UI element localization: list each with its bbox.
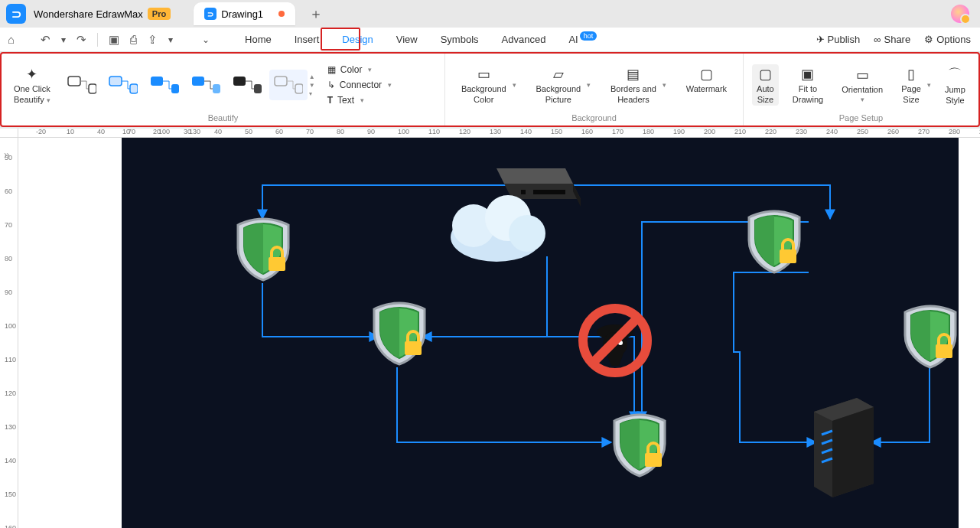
watermark-button[interactable]: ▢ Watermark [682,64,731,106]
document-tab-label: Drawing1 [221,8,263,20]
customize-qat[interactable]: ⌄ [202,34,210,45]
picture-icon: ▱ [553,66,564,83]
pro-badge: Pro [148,8,171,20]
auto-size-button[interactable]: ▢ Auto Size [752,64,779,106]
style-swatch-4[interactable] [187,70,225,100]
share-icon: ∞ [874,34,881,45]
ribbon-group-background: ▭ Background Color ▾ ▱ Background Pictur… [445,54,744,125]
text-menu[interactable]: TText▾ [327,93,392,107]
jump-style-button[interactable]: ⌒ Jump Style [940,64,970,106]
drawing-canvas[interactable] [122,138,959,528]
orientation-button[interactable]: ▭ Orientation ▾ [837,65,887,105]
gear-icon: ⚙ [924,34,933,45]
shield-bottom-center[interactable] [614,415,665,476]
export-dropdown[interactable]: ▾ [168,34,173,45]
svg-rect-4 [151,77,163,86]
pagesize-icon: ▯ [907,66,915,83]
swatch-spin-down[interactable]: ▼ [309,82,315,89]
style-swatch-1[interactable] [63,70,101,100]
connector-icon: ↳ [327,80,335,90]
export-button[interactable]: ⇪ [148,33,158,47]
background-picture-button[interactable]: ▱ Background Picture [531,64,585,106]
background-color-button[interactable]: ▭ Background Color [457,64,511,106]
watermark-icon: ▢ [700,66,713,83]
svg-point-18 [509,215,545,252]
menu-ai-label: AI [568,34,578,45]
bg-pic-drop[interactable]: ▾ [587,81,591,89]
menu-insert[interactable]: Insert [293,29,321,50]
bg-color-drop[interactable]: ▾ [513,81,516,89]
swatch-spin-up[interactable]: ▲ [309,73,315,80]
expand-panel-icon[interactable]: » [4,148,10,161]
color-menu[interactable]: ▦Color▾ [327,63,392,77]
diagram-svg [122,138,959,528]
paint-icon: ▭ [477,66,490,83]
svg-rect-1 [89,84,96,93]
server-icon[interactable] [814,398,874,497]
print-button[interactable]: ⎙ [130,33,137,46]
bh-drop[interactable]: ▾ [663,81,666,89]
home-icon[interactable]: ⌂ [8,33,15,46]
title-bar: ⊃ Wondershare EdrawMax Pro ⊃ Drawing1 ＋ [0,0,980,28]
canvas-area[interactable] [18,138,980,528]
fit-icon: ▣ [801,66,814,83]
page-size-drop[interactable]: ▾ [927,81,931,89]
shield-center[interactable] [374,303,425,364]
options-button[interactable]: ⚙Options [924,34,971,45]
hot-badge: hot [580,31,597,41]
save-button[interactable]: ▣ [109,33,119,47]
undo-button[interactable]: ↶ [41,33,50,47]
svg-rect-11 [295,84,303,93]
ruler-corner [0,129,18,138]
svg-rect-2 [109,77,122,86]
menu-home[interactable]: Home [243,29,273,50]
publish-button[interactable]: ✈Publish [816,34,861,45]
send-icon: ✈ [816,34,825,45]
page-icon: ▤ [627,66,640,83]
share-button[interactable]: ∞Share [874,34,910,45]
undo-dropdown[interactable]: ▾ [61,34,66,45]
style-swatch-2[interactable] [104,70,142,100]
text-icon: T [327,95,333,106]
style-swatch-5[interactable] [228,70,266,100]
menu-advanced[interactable]: Advanced [500,29,548,50]
svg-rect-8 [233,77,246,86]
cloud-icon[interactable] [451,195,545,262]
tab-logo-icon: ⊃ [204,8,217,20]
grid-icon: ▦ [327,64,336,75]
shield-right[interactable] [905,306,956,367]
style-swatch-3[interactable] [145,70,184,100]
sparkle-icon: ✦ [26,66,37,83]
page-margin-left [18,138,122,528]
svg-rect-13 [521,190,526,194]
user-avatar[interactable] [951,5,969,23]
ribbon: ✦ One Click Beautify ▾ [0,52,980,127]
menu-symbols[interactable]: Symbols [439,29,480,50]
shield-top-right[interactable] [749,211,799,272]
svg-rect-6 [192,77,204,86]
ribbon-group-beautify: ✦ One Click Beautify ▾ [2,54,445,125]
jump-icon: ⌒ [948,65,962,83]
page-size-button[interactable]: ▯ Page Size [897,64,926,106]
work-area: 10-2010407010013010203040506070809010011… [0,129,980,528]
swatch-spin-more[interactable]: ▾ [309,90,315,97]
app-title: Wondershare EdrawMax [34,8,143,20]
style-swatch-6[interactable] [269,70,308,100]
document-tab[interactable]: ⊃ Drawing1 [194,2,295,25]
group-label-page-setup: Page Setup [751,113,971,124]
one-click-beautify-button[interactable]: ✦ One Click Beautify ▾ [9,64,55,106]
fit-drawing-button[interactable]: ▣ Fit to Drawing [788,64,828,106]
shield-top-left[interactable] [238,219,288,280]
orientation-icon: ▭ [856,67,869,83]
no-spy-icon[interactable] [583,308,647,373]
menu-design[interactable]: Design [340,29,374,50]
connector-menu[interactable]: ↳Connector▾ [327,78,392,92]
menu-ai[interactable]: AIhot [567,29,598,50]
svg-rect-14 [533,190,565,194]
redo-button[interactable]: ↷ [77,33,86,47]
menu-view[interactable]: View [395,29,419,50]
new-tab-button[interactable]: ＋ [309,5,323,23]
svg-rect-5 [171,84,179,93]
borders-headers-button[interactable]: ▤ Borders and Headers [606,64,661,106]
svg-rect-7 [213,84,220,93]
